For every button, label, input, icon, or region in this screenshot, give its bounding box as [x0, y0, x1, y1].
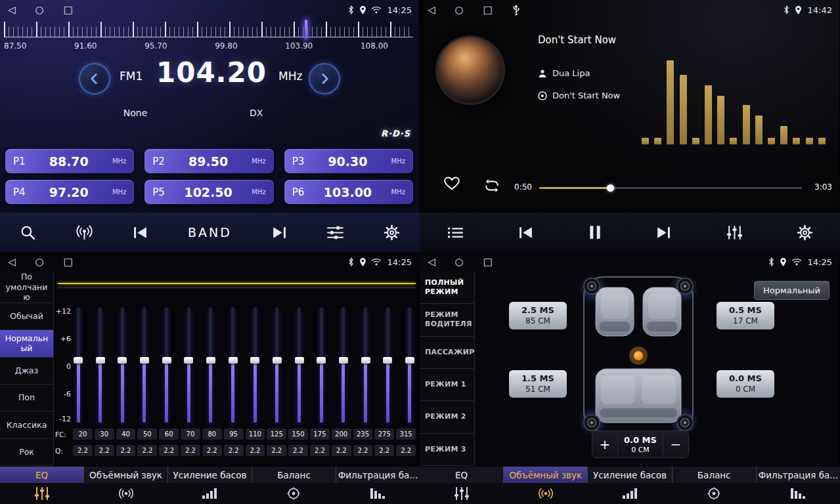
home-icon[interactable]: ○ — [455, 4, 464, 16]
settings-gear-icon[interactable] — [797, 224, 813, 241]
home-icon[interactable]: ○ — [455, 256, 464, 268]
tune-down-button[interactable] — [79, 63, 110, 94]
slider-handle[interactable] — [317, 357, 326, 364]
slider-handle[interactable] — [339, 357, 348, 364]
back-icon[interactable]: ◁ — [428, 4, 435, 16]
skip-next-icon[interactable] — [271, 226, 288, 240]
favorite-button[interactable] — [443, 176, 460, 194]
tab-bass[interactable]: Усиление басов — [588, 467, 672, 483]
eq-band-slider[interactable] — [74, 307, 83, 423]
filter-tab-icon[interactable] — [756, 483, 840, 504]
slider-handle[interactable] — [405, 357, 414, 364]
home-icon[interactable]: ○ — [35, 4, 44, 16]
balance-tab-icon[interactable] — [672, 483, 756, 504]
delay-front-left[interactable]: 2.5 MS 85 CM — [509, 302, 567, 329]
eq-band-slider[interactable] — [405, 307, 414, 423]
eq-band-slider[interactable] — [295, 307, 304, 423]
frequency-indicator[interactable] — [305, 20, 307, 39]
delay-rear-left[interactable]: 1.5 MS 51 CM — [509, 370, 567, 398]
eq-band-slider[interactable] — [339, 307, 348, 423]
mixer-icon[interactable] — [726, 225, 743, 240]
eq-band-slider[interactable] — [118, 307, 127, 423]
preset-p2-button[interactable]: P289.50MHz — [144, 149, 273, 173]
preset-p4-button[interactable]: P497.20MHz — [5, 180, 134, 204]
eq-tab-icon[interactable] — [0, 483, 84, 504]
bass-tab-icon[interactable] — [168, 483, 252, 504]
skip-previous-icon[interactable] — [518, 226, 534, 240]
slider-handle[interactable] — [74, 357, 83, 364]
seek-bar[interactable] — [539, 187, 802, 189]
preset-p6-button[interactable]: P6103.00MHz — [284, 180, 413, 204]
surround-mode-item[interactable]: РЕЖИМ 3 — [420, 434, 474, 466]
eq-band-slider[interactable] — [96, 307, 105, 423]
recent-icon[interactable]: □ — [64, 4, 73, 16]
eq-preset-item[interactable]: Поп — [0, 385, 53, 411]
filter-tab-icon[interactable] — [336, 483, 420, 504]
eq-band-slider[interactable] — [162, 307, 171, 423]
slider-handle[interactable] — [96, 357, 105, 364]
tab-eq[interactable]: EQ — [0, 467, 84, 483]
band-button[interactable]: BAND — [188, 225, 232, 240]
surround-mode-item[interactable]: РЕЖИМ 2 — [420, 401, 474, 433]
eq-tab-icon[interactable] — [420, 483, 504, 504]
eq-preset-item[interactable]: Джаз — [0, 358, 53, 385]
bass-tab-icon[interactable] — [588, 483, 672, 504]
tab-surround[interactable]: Объёмный звук — [504, 467, 588, 483]
pause-button[interactable] — [588, 224, 602, 240]
slider-handle[interactable] — [140, 357, 149, 364]
scan-stations-icon[interactable] — [76, 224, 93, 241]
delay-rear-right[interactable]: 0.0 MS 0 CM — [717, 370, 774, 398]
tab-eq[interactable]: EQ — [420, 467, 504, 483]
eq-band-slider[interactable] — [361, 307, 370, 423]
eq-preset-item[interactable]: Рок — [0, 439, 53, 466]
eq-band-slider[interactable] — [140, 307, 149, 423]
tab-filter[interactable]: Фильтрация ба... — [336, 467, 420, 483]
settings-gear-icon[interactable] — [384, 224, 400, 241]
tab-surround[interactable]: Объёмный звук — [84, 467, 168, 483]
slider-handle[interactable] — [383, 357, 392, 364]
eq-preset-item[interactable]: Обычай — [0, 303, 53, 330]
balance-tab-icon[interactable] — [252, 483, 336, 504]
eq-band-slider[interactable] — [206, 307, 215, 423]
eq-settings-icon[interactable] — [326, 225, 344, 240]
recent-icon[interactable]: □ — [483, 256, 493, 268]
slider-handle[interactable] — [361, 357, 370, 364]
tab-bass[interactable]: Усиление басов — [168, 467, 252, 483]
surround-tab-icon[interactable] — [84, 483, 168, 504]
eq-preset-item[interactable]: Классика — [0, 411, 53, 438]
playlist-icon[interactable] — [447, 226, 464, 240]
repeat-button[interactable] — [483, 178, 501, 196]
back-icon[interactable]: ◁ — [8, 4, 16, 16]
tab-balance[interactable]: Баланс — [673, 467, 757, 483]
tune-up-button[interactable] — [309, 63, 340, 94]
surround-mode-item[interactable]: ПОЛНЫЙ РЕЖИМ — [420, 272, 474, 304]
home-icon[interactable]: ○ — [35, 256, 44, 268]
slider-handle[interactable] — [206, 357, 215, 364]
surround-mode-item[interactable]: РЕЖИМ ВОДИТЕЛЯ — [420, 304, 474, 336]
eq-band-slider[interactable] — [229, 307, 238, 423]
slider-handle[interactable] — [273, 357, 282, 364]
slider-handle[interactable] — [162, 357, 171, 364]
tab-filter[interactable]: Фильтрация ба... — [757, 467, 840, 483]
skip-previous-icon[interactable] — [132, 226, 148, 240]
eq-band-slider[interactable] — [273, 307, 282, 423]
progress-thumb[interactable] — [607, 184, 614, 192]
slider-handle[interactable] — [118, 357, 127, 364]
slider-handle[interactable] — [250, 357, 259, 364]
slider-handle[interactable] — [295, 357, 304, 364]
eq-band-slider[interactable] — [184, 307, 193, 423]
preset-p1-button[interactable]: P188.70MHz — [5, 149, 134, 173]
surround-tab-icon[interactable] — [504, 483, 588, 504]
album-art[interactable] — [435, 35, 505, 105]
eq-band-slider[interactable] — [250, 307, 259, 423]
eq-band-slider[interactable] — [317, 307, 326, 423]
preset-p5-button[interactable]: P5102.50MHz — [144, 180, 273, 204]
recent-icon[interactable]: □ — [483, 4, 493, 16]
slider-handle[interactable] — [184, 357, 193, 364]
preset-p3-button[interactable]: P390.30MHz — [284, 149, 413, 173]
back-icon[interactable]: ◁ — [8, 256, 16, 268]
delay-front-right[interactable]: 0.5 MS 17 CM — [717, 302, 774, 329]
surround-preset-button[interactable]: Нормальный — [754, 281, 829, 300]
search-icon[interactable] — [20, 224, 36, 241]
slider-handle[interactable] — [229, 357, 238, 364]
